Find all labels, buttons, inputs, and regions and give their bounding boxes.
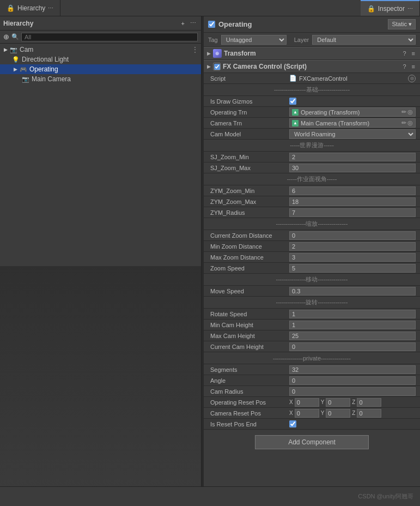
layer-select[interactable]: Default xyxy=(312,35,416,45)
sj-zoom-min-input[interactable] xyxy=(289,153,416,161)
tab-hierarchy[interactable]: 🔒 Hierarchy ⋯ xyxy=(0,0,60,16)
object-active-checkbox[interactable] xyxy=(208,21,215,28)
min-zoom-distance-row: Min Zoom Distance xyxy=(204,241,420,252)
transform-help-icon[interactable]: ? xyxy=(401,50,407,57)
operating-reset-pos-row: Operating Reset Pos X Y Z xyxy=(204,397,420,408)
camera-reset-pos-z[interactable] xyxy=(357,409,381,418)
camera-reset-pos-x[interactable] xyxy=(295,409,319,418)
script-circle-button[interactable]: ◎ xyxy=(408,75,416,82)
move-speed-label: Move Speed xyxy=(210,288,289,294)
hierarchy-tree: ▶ 📷 Cam ⋮ 💡 Directional Light ▶ 🎮 Operat… xyxy=(0,44,201,266)
hierarchy-panel: Hierarchy + ⋯ ⊕ 🔍 ▶ 📷 Cam ⋮ 💡 Direc xyxy=(0,16,202,486)
add-component-button[interactable]: Add Component xyxy=(255,435,369,449)
move-speed-input[interactable] xyxy=(289,287,416,296)
transform-settings-icon[interactable]: ≡ xyxy=(410,50,417,57)
z-label-2: Z xyxy=(352,410,355,416)
cam-more-icon[interactable]: ⋮ xyxy=(191,45,199,54)
rotate-speed-input[interactable] xyxy=(289,310,416,318)
hierarchy-more-button[interactable]: ⋯ xyxy=(188,19,198,27)
hierarchy-lock-icon: 🔒 xyxy=(7,4,15,12)
fx-camera-actions: ? ≡ xyxy=(401,63,417,70)
inspector-panel: Operating Static ▾ Tag Untagged Layer De… xyxy=(204,16,420,486)
operating-label: Operating xyxy=(29,65,58,73)
static-button[interactable]: Static ▾ xyxy=(388,19,416,29)
max-cam-height-input[interactable] xyxy=(289,332,416,340)
fx-camera-component-header[interactable]: ▶ FX Camera Control (Script) ? ≡ xyxy=(204,60,420,73)
hierarchy-empty-area xyxy=(0,266,201,486)
tab-inspector-label: Inspector xyxy=(378,5,405,13)
min-zoom-distance-label: Min Zoom Distance xyxy=(210,243,289,250)
tab-inspector[interactable]: 🔒 Inspector ⋯ xyxy=(361,0,420,16)
sj-zoom-max-input[interactable] xyxy=(289,164,416,172)
zoom-speed-label: Zoom Speed xyxy=(210,265,289,272)
current-zoom-distance-input[interactable] xyxy=(289,231,416,240)
inspector-content: Operating Static ▾ Tag Untagged Layer De… xyxy=(204,16,420,486)
max-zoom-distance-input[interactable] xyxy=(289,253,416,262)
zym-zoom-max-input[interactable] xyxy=(289,197,416,206)
operating-reset-pos-y[interactable] xyxy=(326,398,350,407)
is-reset-pos-end-checkbox[interactable] xyxy=(289,420,296,427)
light-icon: 💡 xyxy=(12,56,20,63)
add-component-row: Add Component xyxy=(204,430,420,455)
add-menu-icon[interactable]: ⊕ xyxy=(3,33,9,41)
sj-zoom-min-label: SJ_Zoom_Min xyxy=(210,154,289,160)
script-field-row: Script 📄 FXCameraControl ◎ xyxy=(204,73,420,84)
operating-trn-label: Operating Trn xyxy=(210,109,289,116)
section-zoom-text: ---------------缩放--------------- xyxy=(208,220,416,228)
operating-expand-arrow: ▶ xyxy=(12,67,19,72)
cam-model-select[interactable]: World Roaming xyxy=(289,129,416,139)
camera-reset-pos-row: Camera Reset Pos X Y Z xyxy=(204,408,420,419)
tree-item-directional-light[interactable]: 💡 Directional Light xyxy=(0,55,201,64)
main-camera-icon: 📷 xyxy=(22,76,29,83)
section-private: ---------------private--------------- xyxy=(204,352,420,364)
max-zoom-distance-row: Max Zoom Distance xyxy=(204,252,420,263)
x-label-2: X xyxy=(289,410,293,416)
angle-input[interactable] xyxy=(289,376,416,385)
transform-component-header[interactable]: ▶ ⊕ Transform ? ≡ xyxy=(204,47,420,60)
tree-item-operating[interactable]: ▶ 🎮 Operating xyxy=(0,64,201,74)
cam-model-label: Cam Model xyxy=(210,131,289,137)
search-icon: 🔍 xyxy=(11,33,19,40)
cam-label: Cam xyxy=(20,46,33,53)
transform-actions: ? ≡ xyxy=(401,50,417,57)
segments-input[interactable] xyxy=(289,365,416,374)
hierarchy-add-button[interactable]: + xyxy=(180,20,186,27)
camera-reset-pos-y[interactable] xyxy=(326,409,350,418)
cam-expand-arrow: ▶ xyxy=(2,47,9,52)
y-label-1: Y xyxy=(321,399,325,405)
add-component-label: Add Component xyxy=(288,438,336,446)
zym-zoom-min-input[interactable] xyxy=(289,186,416,195)
camera-trn-edit-button[interactable]: ✏ xyxy=(401,119,406,126)
camera-trn-value: Main Camera (Transform) xyxy=(301,120,369,126)
script-value: FXCameraControl xyxy=(299,75,406,82)
section-world-roaming-text: -----世界漫游----- xyxy=(208,141,416,149)
min-cam-height-input[interactable] xyxy=(289,321,416,329)
zym-radius-input[interactable] xyxy=(289,208,416,217)
current-cam-height-input[interactable] xyxy=(289,342,416,351)
fx-camera-help-icon[interactable]: ? xyxy=(401,63,407,70)
zoom-speed-input[interactable] xyxy=(289,264,416,273)
section-jichui: ----------------基础---------------- xyxy=(204,84,420,96)
camera-trn-target-button[interactable]: ◎ xyxy=(407,119,413,126)
is-draw-gizmos-checkbox[interactable] xyxy=(289,98,296,105)
tree-item-cam[interactable]: ▶ 📷 Cam ⋮ xyxy=(0,45,201,55)
min-zoom-distance-input[interactable] xyxy=(289,242,416,251)
cam-radius-row: Cam Radius xyxy=(204,386,420,397)
tree-item-main-camera[interactable]: 📷 Main Camera xyxy=(0,74,201,84)
cam-radius-input[interactable] xyxy=(289,387,416,396)
hierarchy-menu-icon: ⋯ xyxy=(48,5,53,11)
hierarchy-header-icons: + ⋯ xyxy=(180,19,198,27)
hierarchy-search-input[interactable] xyxy=(21,33,198,41)
operating-reset-pos-label: Operating Reset Pos xyxy=(210,399,289,406)
operating-reset-pos-z[interactable] xyxy=(357,398,381,407)
operating-trn-edit-button[interactable]: ✏ xyxy=(401,109,406,116)
operating-reset-pos-x[interactable] xyxy=(295,398,319,407)
fx-camera-settings-icon[interactable]: ≡ xyxy=(410,63,417,70)
sj-zoom-min-row: SJ_Zoom_Min xyxy=(204,152,420,162)
operating-trn-target-button[interactable]: ◎ xyxy=(407,109,413,116)
tab-bar: 🔒 Hierarchy ⋯ 🔒 Inspector ⋯ xyxy=(0,0,420,16)
tag-select[interactable]: Untagged xyxy=(221,35,287,45)
fx-camera-enable-checkbox[interactable] xyxy=(214,64,220,70)
camera-reset-pos-xyz: X Y Z xyxy=(289,409,416,418)
current-zoom-distance-row: Current Zoom Distance xyxy=(204,230,420,241)
